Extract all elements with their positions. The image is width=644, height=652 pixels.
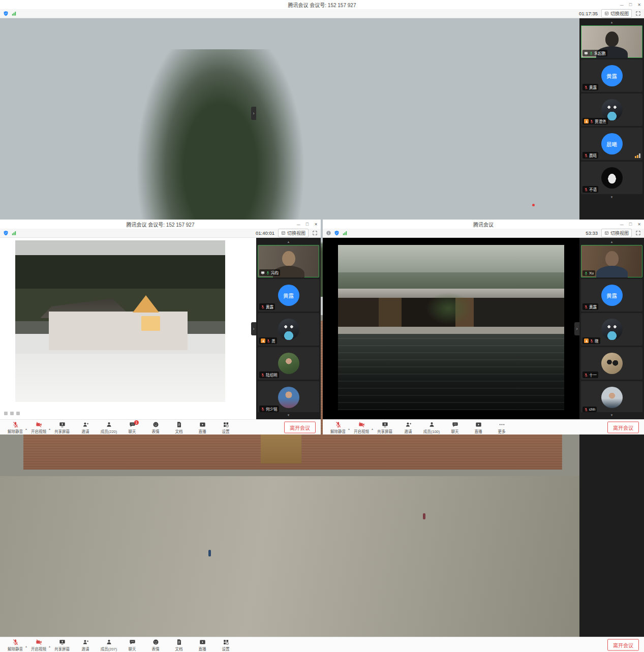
toolbar-button[interactable]: 成员(220) (98, 420, 120, 434)
chevron-up-icon[interactable] (25, 423, 27, 432)
toolbar-button[interactable]: 文档 (168, 420, 190, 434)
toolbar-button[interactable]: 设置 (214, 420, 237, 434)
toolbar-button[interactable]: 更多 (490, 420, 513, 434)
toolbar-icon (82, 421, 89, 428)
info-icon[interactable] (326, 230, 331, 236)
chevron-up-icon[interactable] (25, 640, 27, 649)
participant-tile[interactable]: 黄露 黄露 (581, 279, 642, 312)
sidebar-collapse-handle[interactable] (574, 322, 579, 335)
switch-view-label: 切换视图 (610, 10, 629, 17)
chevron-up-icon[interactable] (49, 640, 50, 649)
minimize-icon[interactable] (297, 222, 300, 227)
scroll-up-icon[interactable] (581, 239, 642, 245)
scroll-up-icon[interactable] (258, 239, 319, 245)
toolbar-button[interactable]: 邀请 (74, 637, 97, 652)
toolbar-button[interactable]: 邀请 (397, 420, 419, 434)
scroll-down-icon[interactable] (581, 412, 642, 418)
titlebar[interactable]: 腾讯会议 (323, 220, 644, 229)
close-icon[interactable] (314, 222, 318, 227)
close-icon[interactable] (637, 222, 641, 227)
toolbar-button[interactable]: 表情 (144, 420, 167, 434)
participant-tile[interactable]: 何少铭 (258, 381, 319, 412)
toolbar-button[interactable]: 直播 (191, 420, 213, 434)
participant-tile[interactable]: 陆绍明 (258, 347, 319, 380)
minimize-icon[interactable] (620, 222, 624, 227)
toolbar-button[interactable]: 文档 (168, 637, 190, 652)
toolbar-button[interactable]: 成员(207) (98, 637, 120, 652)
toolbar-button[interactable]: 1 聊天 (121, 420, 143, 434)
participant-tile[interactable]: 尧 (258, 313, 319, 346)
leave-meeting-button[interactable]: 离开会议 (607, 421, 639, 433)
participant-tile[interactable]: chh (581, 381, 642, 412)
toolbar-button[interactable]: 开启视频 (27, 420, 50, 434)
toolbar-button[interactable]: 设置 (214, 637, 237, 652)
participant-tile[interactable]: 晨曦 晨曦 (581, 128, 642, 160)
window-controls (620, 0, 641, 9)
toolbar-button[interactable]: 开启视频 (27, 637, 50, 652)
participant-label: 尧 (259, 337, 277, 344)
chevron-up-icon[interactable] (49, 423, 50, 432)
participant-tile[interactable]: 冯昀 (258, 245, 319, 277)
participant-tile[interactable]: 黄露 黄露 (581, 59, 642, 92)
toolbar-button[interactable]: 直播 (467, 420, 489, 434)
switch-view-button[interactable]: 切换视图 (601, 9, 632, 18)
deco (605, 32, 619, 47)
toolbar-button[interactable]: 共享屏幕 (374, 420, 396, 434)
scroll-up-icon[interactable] (581, 19, 642, 25)
toolbar-button[interactable]: 解除静音 (4, 637, 26, 652)
participant-tile[interactable]: 晓 (581, 313, 642, 346)
participant-tile[interactable]: 黄露 黄露 (258, 279, 319, 312)
participant-tile[interactable]: Xu (581, 245, 642, 277)
close-icon[interactable] (637, 3, 641, 7)
leave-meeting-button[interactable]: 离开会议 (284, 421, 316, 433)
titlebar[interactable]: 腾讯会议 会议号: 152 157 927 (0, 0, 644, 9)
toolbar-button[interactable]: 聊天 (444, 420, 466, 434)
switch-view-button[interactable]: 切换视图 (601, 229, 632, 237)
chevron-up-icon[interactable] (348, 423, 350, 432)
toolbar-button[interactable]: 直播 (191, 637, 213, 652)
chevron-up-icon[interactable] (372, 423, 373, 432)
mic-muted-icon (584, 408, 588, 412)
participant-tile[interactable]: 朱起鹏 (581, 25, 642, 58)
scroll-down-icon[interactable] (581, 194, 642, 200)
participant-tile[interactable]: 贾澄烋 (581, 94, 642, 126)
tool-icon[interactable] (10, 412, 14, 415)
toolbar-button[interactable]: 表情 (144, 637, 167, 652)
fullscreen-button[interactable] (312, 230, 318, 236)
switch-view-button[interactable]: 切换视图 (278, 229, 309, 237)
toolbar-button[interactable]: 开启视频 (350, 420, 373, 434)
scroll-down-icon[interactable] (258, 412, 319, 418)
security-shield-icon (3, 11, 9, 16)
minimize-icon[interactable] (620, 3, 624, 7)
leave-meeting-button[interactable]: 离开会议 (607, 639, 639, 650)
titlebar[interactable]: 腾讯会议 会议号: 152 157 927 (0, 220, 321, 229)
toolbar-label: 直播 (199, 646, 206, 651)
maximize-icon[interactable] (629, 222, 632, 227)
fullscreen-button[interactable] (635, 11, 641, 16)
participant-label: 黄露 (259, 303, 275, 310)
maximize-icon[interactable] (629, 3, 632, 7)
toolbar-button[interactable]: 共享屏幕 (51, 637, 73, 652)
toolbar-button[interactable]: 成员(100) (420, 420, 443, 434)
fullscreen-button[interactable] (635, 230, 641, 236)
toolbar-button[interactable]: 共享屏幕 (51, 420, 73, 434)
toolbar-label: 更多 (498, 428, 506, 434)
slide-tool-icons[interactable] (4, 412, 20, 415)
sidebar-collapse-handle[interactable] (251, 322, 256, 335)
deco (338, 245, 564, 274)
participant-label: 黄露 (582, 303, 598, 310)
mic-muted-icon (584, 305, 588, 309)
toolbar-button[interactable]: 邀请 (74, 420, 97, 434)
participant-name: 黄露 (266, 304, 273, 309)
participant-label: 晓 (582, 337, 600, 344)
tool-icon[interactable] (16, 412, 20, 415)
maximize-icon[interactable] (306, 222, 309, 227)
tool-icon[interactable] (4, 412, 8, 415)
toolbar-button[interactable]: 解除静音 (327, 420, 349, 434)
toolbar-button[interactable]: 解除静音 (4, 420, 26, 434)
participant-name: 晓 (595, 338, 599, 344)
participant-tile[interactable]: 不语 (581, 162, 642, 194)
sidebar-collapse-handle[interactable] (251, 107, 256, 120)
toolbar-button[interactable]: 聊天 (121, 637, 143, 652)
participant-tile[interactable]: 十一 (581, 347, 642, 380)
